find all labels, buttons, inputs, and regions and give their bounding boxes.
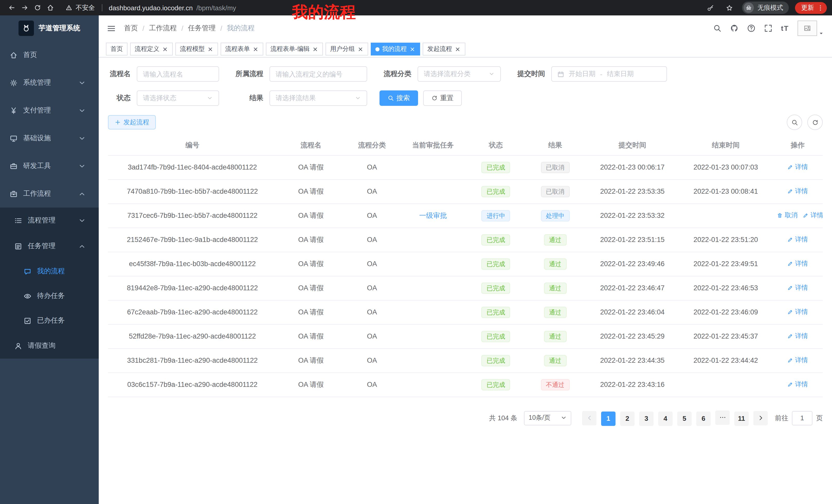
bookmark-star-icon[interactable] xyxy=(723,1,736,14)
status-badge: 已完成 xyxy=(482,258,510,270)
browser-menu-icon[interactable] xyxy=(817,4,824,11)
help-icon[interactable] xyxy=(747,24,755,32)
process-definition-input[interactable] xyxy=(269,66,367,82)
category-cell: OA xyxy=(345,300,399,324)
table-row: 7470a810-7b9b-11ec-b5b7-acde48001122OA 请… xyxy=(108,179,823,203)
process-name-cell: OA 请假 xyxy=(277,372,345,397)
search-button[interactable]: 搜索 xyxy=(380,90,418,106)
browser-reload-icon[interactable] xyxy=(31,1,44,14)
page-2-button[interactable]: 2 xyxy=(620,411,634,426)
detail-action-link[interactable]: 详情 xyxy=(803,211,823,220)
sidebar-item-done-tasks[interactable]: 已办任务 xyxy=(0,308,99,333)
tab-process-form-edit[interactable]: 流程表单-编辑 xyxy=(266,43,323,55)
password-key-icon[interactable] xyxy=(704,1,717,14)
process-name-input[interactable] xyxy=(137,66,219,82)
page-3-button[interactable]: 3 xyxy=(639,411,654,426)
sidebar-item-process-mgmt[interactable]: 流程管理 xyxy=(0,207,99,233)
status-badge: 已完成 xyxy=(482,306,510,318)
result-select[interactable]: 请选择流结果 xyxy=(269,90,367,106)
process-name-cell: OA 请假 xyxy=(277,348,345,372)
date-range-picker[interactable]: 开始日期 - 结束日期 xyxy=(551,66,667,82)
github-icon[interactable] xyxy=(730,24,738,32)
sidebar-item-my-process[interactable]: 我的流程 xyxy=(0,259,99,284)
sidebar-item-workflow[interactable]: 工作流程 xyxy=(0,180,99,207)
refresh-table-button[interactable] xyxy=(807,115,823,130)
tab-start-process[interactable]: 发起流程 xyxy=(423,43,465,55)
breadcrumb-item[interactable]: 任务管理 xyxy=(188,24,216,33)
sidebar-item-label: 流程管理 xyxy=(28,216,78,225)
sidebar-item-leave-query[interactable]: 请假查询 xyxy=(0,333,99,359)
tab-user-group[interactable]: 用户分组 xyxy=(326,43,368,55)
sidebar-item-payment-mgmt[interactable]: 支付管理 xyxy=(0,96,99,124)
not-secure-icon xyxy=(66,5,72,11)
sidebar-item-system-mgmt[interactable]: 系统管理 xyxy=(0,69,99,96)
browser-back-icon[interactable] xyxy=(5,1,18,14)
sidebar-toggle-icon[interactable] xyxy=(107,24,116,33)
user-avatar[interactable] xyxy=(798,21,824,36)
detail-action-link[interactable]: 详情 xyxy=(787,332,808,341)
font-size-icon[interactable]: tT xyxy=(781,24,789,32)
breadcrumb-item[interactable]: 工作流程 xyxy=(149,24,177,33)
chevron-down-icon xyxy=(78,162,86,170)
submit-time-cell: 2022-01-23 00:06:17 xyxy=(586,155,679,179)
end-time-cell: 2022-01-22 23:46:09 xyxy=(679,300,772,324)
detail-action-link[interactable]: 详情 xyxy=(787,356,808,365)
sidebar-item-todo-tasks[interactable]: 待办任务 xyxy=(0,284,99,308)
sidebar-item-dev-tools[interactable]: 研发工具 xyxy=(0,152,99,180)
browser-home-icon[interactable] xyxy=(44,1,57,14)
goto-page-input[interactable] xyxy=(792,411,812,425)
detail-action-link[interactable]: 详情 xyxy=(787,187,808,196)
tab-label: 首页 xyxy=(110,45,123,53)
incognito-profile-chip[interactable]: 无痕模式 xyxy=(742,2,789,14)
current-task-link[interactable]: 一级审批 xyxy=(419,211,447,220)
detail-action-link[interactable]: 详情 xyxy=(787,308,808,316)
actions-cell: 详情 xyxy=(772,372,823,397)
current-task-cell xyxy=(399,228,467,252)
prev-page-button[interactable] xyxy=(582,411,597,425)
category-cell: OA xyxy=(345,228,399,252)
detail-action-link[interactable]: 详情 xyxy=(787,235,808,244)
detail-action-link[interactable]: 详情 xyxy=(787,380,808,389)
cancel-action-link[interactable]: 取消 xyxy=(777,211,798,220)
sidebar-item-task-mgmt[interactable]: 任务管理 xyxy=(0,233,99,259)
address-bar[interactable]: 不安全 dashboard.yudao.iocoder.cn/bpm/task/… xyxy=(66,3,236,12)
page-5-button[interactable]: 5 xyxy=(677,411,692,426)
fullscreen-icon[interactable] xyxy=(764,24,772,32)
toggle-search-button[interactable] xyxy=(787,115,802,130)
tab-my-process[interactable]: 我的流程 xyxy=(371,43,420,55)
page-size-select[interactable]: 10条/页 xyxy=(524,411,571,425)
reset-button[interactable]: 重置 xyxy=(423,90,462,106)
sidebar-item-infrastructure[interactable]: 基础设施 xyxy=(0,124,99,152)
tab-process-model[interactable]: 流程模型 xyxy=(175,43,218,55)
browser-forward-icon[interactable] xyxy=(18,1,31,14)
header-search-icon[interactable] xyxy=(713,24,722,32)
eye-icon xyxy=(24,292,31,300)
app-logo[interactable]: 芋道管理系统 xyxy=(0,16,99,41)
column-header: 结束时间 xyxy=(679,136,772,155)
page-6-button[interactable]: 6 xyxy=(696,411,711,426)
chevron-up-icon xyxy=(78,242,86,250)
search-button-label: 搜索 xyxy=(396,93,410,103)
status-cell: 已完成 xyxy=(467,252,525,276)
next-page-button[interactable] xyxy=(753,411,768,425)
tab-process-definition[interactable]: 流程定义 xyxy=(130,43,173,55)
category-select[interactable]: 请选择流程分类 xyxy=(418,66,501,82)
tab-process-form[interactable]: 流程表单 xyxy=(220,43,263,55)
browser-update-button[interactable]: 更新 xyxy=(795,2,827,13)
start-process-button[interactable]: 发起流程 xyxy=(108,115,156,130)
tab-home[interactable]: 首页 xyxy=(106,43,128,55)
status-placeholder: 请选择状态 xyxy=(143,93,176,103)
sidebar-item-label: 支付管理 xyxy=(23,106,78,115)
breadcrumb-item[interactable]: 首页 xyxy=(124,24,138,33)
page-11-button[interactable]: 11 xyxy=(734,411,749,426)
sidebar-item-home[interactable]: 首页 xyxy=(0,41,99,69)
status-cell: 已完成 xyxy=(467,155,525,179)
detail-action-link[interactable]: 详情 xyxy=(787,284,808,292)
status-select[interactable]: 请选择状态 xyxy=(137,90,219,106)
result-cell: 通过 xyxy=(524,276,586,300)
detail-action-link[interactable]: 详情 xyxy=(787,163,808,172)
detail-action-link[interactable]: 详情 xyxy=(787,259,808,268)
page-1-button[interactable]: 1 xyxy=(601,411,616,426)
page-4-button[interactable]: 4 xyxy=(658,411,673,426)
more-pages-button[interactable] xyxy=(715,410,730,425)
